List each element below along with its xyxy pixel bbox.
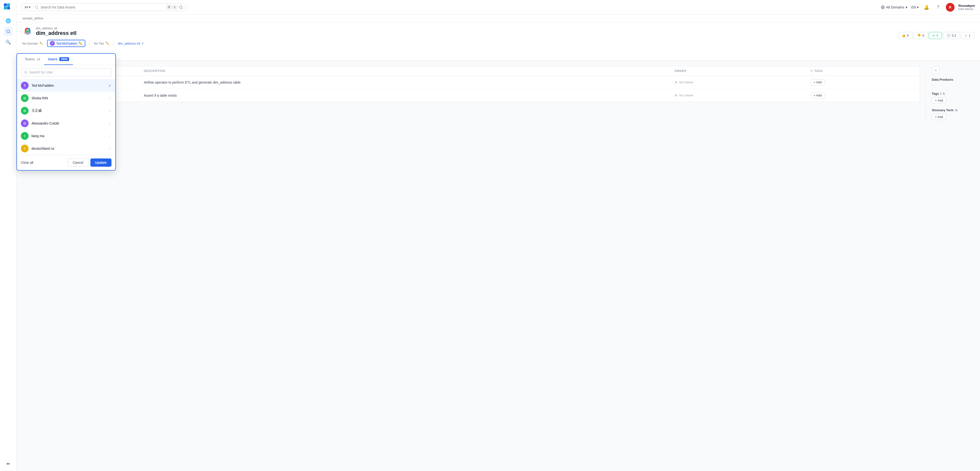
help-button[interactable]: ? [934,3,942,11]
cancel-button[interactable]: Cancel [68,158,89,167]
external-link-icon: ↗ [141,42,144,45]
tags-section: Tags ℹ ⎘ + Add [932,92,974,103]
owner-edit-icon[interactable]: ✏️ [78,42,83,45]
lang-selector[interactable]: EN ▾ [911,5,918,9]
user-role: Data Stewar... [958,8,975,10]
clear-all-button[interactable]: Clear all [21,161,33,164]
glossary-icon: ⊞ [955,108,958,112]
search-keyboard-hint: ⌘ K [166,5,177,9]
row-1-tags: + Add [807,76,920,89]
user-item-ted[interactable]: T Ted McFadden ✓ [17,79,115,92]
domain-selector[interactable]: All Domains ▾ [881,5,908,9]
check-deutschland: ✓ [108,146,111,151]
user-name-ted: Ted McFadden [32,84,105,88]
data-table: DESCRIPTION OWNER ▽ TAGS [22,66,920,102]
data-products-title: Data Products [932,78,974,81]
app-logo[interactable] [3,3,13,13]
user-name: Rounakpre [958,4,975,8]
user-picker-popup: Teams 14 Users 5905 T Ted McFadden ✓ O S… [16,53,116,170]
tier-value: No Tier [94,42,104,45]
add-tag-sidebar[interactable]: + Add [932,97,946,103]
user-item-deutschland[interactable]: l deutschland nz ✓ [17,142,115,155]
svg-point-9 [676,81,677,83]
user-name-liang: liang ma [32,134,105,138]
user-avatar-deutschland: l [21,145,29,153]
search-input[interactable] [40,5,164,9]
no-owner-badge: No Owner [675,80,803,84]
tags-copy-icon: ⎘ [943,92,945,95]
users-tab-label: Users [48,57,57,61]
popup-tab-teams[interactable]: Teams 14 [21,54,44,65]
asset-header-wrapper: sample_airflow 👍 0 👎 0 [16,14,980,130]
upvote-button[interactable]: 👍 0 [898,32,912,39]
top-nav: All ▾ ⌘ K All Domains ▾ EN [16,0,980,14]
data-products-value: -- [932,83,974,87]
user-item-liang[interactable]: l liang ma ✓ [17,130,115,142]
user-name-shoka: Shoka RIN [32,96,105,100]
user-item-shoka[interactable]: O Shoka RIN ✓ [17,92,115,104]
global-search-bar[interactable]: All ▾ ⌘ K [21,3,186,11]
breadcrumb: sample_airflow [16,14,980,22]
check-liang: ✓ [108,134,111,138]
tabs-bar: Executions Lineage Custom Properties [22,50,974,60]
tier-tag[interactable]: No Tier ✏️ [94,42,109,45]
domain-chevron-icon: ▾ [905,5,907,9]
thumbs-down-icon: 👎 [917,34,921,37]
update-button[interactable]: Update [91,158,111,167]
sidebar-globe-icon[interactable]: 🌐 [4,16,13,25]
star-button[interactable]: ☆ 1 [961,32,974,39]
notifications-button[interactable]: 🔔 [923,3,930,11]
user-avatar[interactable]: R [946,3,955,12]
user-item-alessandro[interactable]: O Alessandro Culotti ✓ [17,117,115,130]
clock-icon: 🕐 [947,34,950,37]
sidebar-search-icon[interactable] [4,27,13,36]
time-button[interactable]: 🕐 0.2 [943,32,960,39]
user-avatar-liang: l [21,132,29,140]
downvote-count: 0 [922,34,924,37]
user-info: Rounakpre Data Stewar... [958,4,975,10]
glossary-title: Glossary Term ⊞ [932,108,974,112]
search-type-selector[interactable]: All ▾ [24,5,33,9]
add-tag-row-1[interactable]: + Add [810,79,825,85]
svg-point-5 [35,6,38,8]
rating-bar: 👍 0 👎 0 ⊙ 0 🕐 0.2 [898,32,974,39]
domain-label: All Domains [886,5,904,9]
sidebar-logout-icon[interactable]: ⬅ [4,459,13,468]
add-glossary-sidebar[interactable]: + Add [932,114,946,120]
external-link[interactable]: dim_address etl ↗ [118,42,144,45]
sidebar-inspect-icon[interactable]: 🔍 [4,38,13,46]
downvote-button[interactable]: 👎 0 [913,32,928,39]
content-grid: DESCRIPTION OWNER ▽ TAGS [16,60,980,130]
status-button[interactable]: ⊙ 0 [929,32,942,39]
teams-tab-count: 14 [37,57,40,61]
no-owner-badge: No Owner [675,94,803,97]
filter-icon: ▽ [810,70,813,72]
asset-path: dim_address_etl [36,27,76,30]
panel-toggle-button[interactable]: ‹› [932,66,940,74]
owner-badge[interactable]: T Ted McFadden ✏️ [47,40,85,47]
asset-logo [22,26,33,37]
user-search-input[interactable] [29,70,108,74]
table-row: bOperator Airflow operator to perform ET… [22,76,920,89]
domain-edit-icon[interactable]: ✏️ [40,42,43,45]
owner-avatar: T [50,41,55,46]
popup-tab-users[interactable]: Users 5905 [44,54,73,65]
cmd-key: ⌘ [166,5,172,9]
domain-tag[interactable]: No Domain ✏️ [22,42,43,45]
footer-actions: Cancel Update [68,158,111,167]
time-value: 0.2 [952,34,956,37]
popup-search-icon [24,70,27,74]
user-search[interactable] [21,68,111,76]
svg-point-6 [180,6,182,8]
row-2-owner: No Owner [671,89,807,102]
user-avatar-shoka: O [21,94,29,102]
glossary-section: Glossary Term ⊞ + Add [932,108,974,120]
user-item-wang[interactable]: O 王正威 ✓ [17,104,115,117]
add-tag-row-2[interactable]: + Add [810,92,825,99]
col-description: DESCRIPTION [140,66,671,76]
col-tags: ▽ TAGS [807,66,920,76]
tags-info-icon: ℹ [940,92,942,95]
search-submit-icon[interactable] [179,5,183,9]
tier-edit-icon[interactable]: ✏️ [106,42,109,45]
star-icon: ☆ [964,34,967,37]
